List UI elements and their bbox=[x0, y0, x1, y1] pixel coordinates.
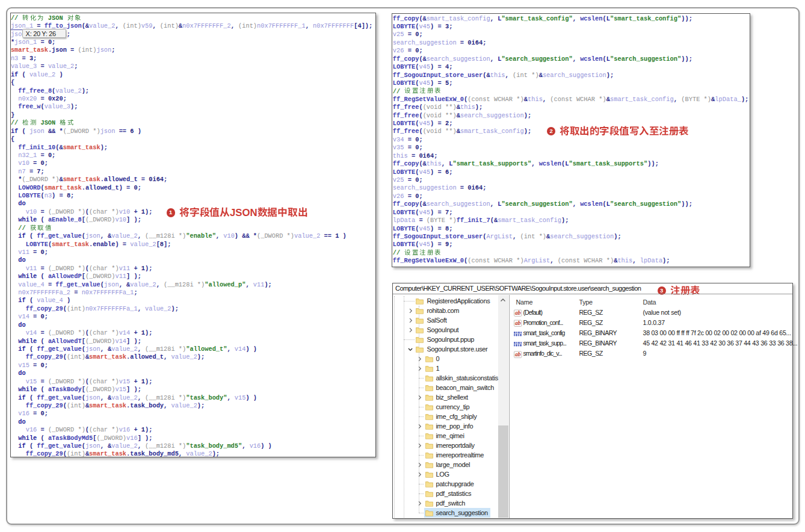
svg-text:ab: ab bbox=[515, 351, 521, 357]
svg-text:ab: ab bbox=[515, 321, 521, 327]
svg-text:ab: ab bbox=[515, 310, 521, 316]
